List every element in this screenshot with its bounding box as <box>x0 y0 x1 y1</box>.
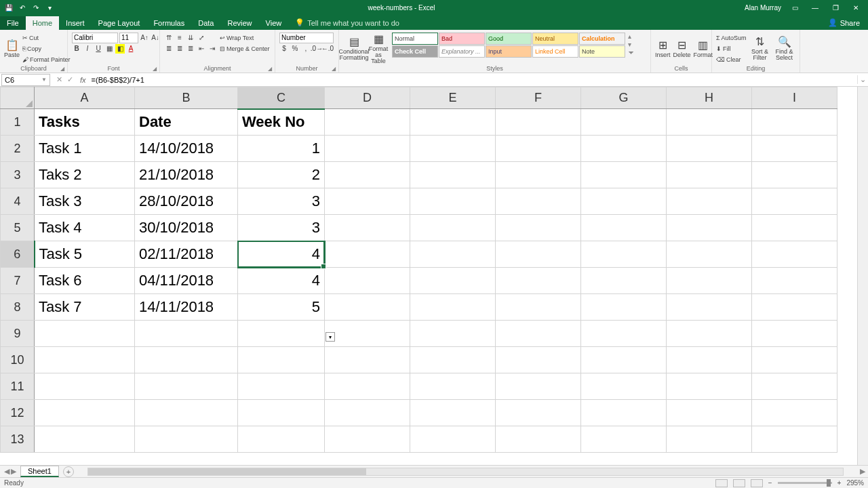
cell-C8[interactable]: 5 <box>238 294 325 321</box>
zoom-in-icon[interactable]: + <box>837 479 842 487</box>
tab-page-layout[interactable]: Page Layout <box>92 16 147 30</box>
col-header-E[interactable]: E <box>410 87 496 109</box>
conditional-formatting-button[interactable]: ▤Conditional Formatting <box>343 33 365 65</box>
qat-customize-icon[interactable]: ▾ <box>45 3 54 12</box>
cell-B6[interactable]: 02/11/2018 <box>135 241 238 268</box>
row-header-9[interactable]: 9 <box>1 321 35 347</box>
align-top-icon[interactable]: ⇈ <box>164 33 174 43</box>
align-right-icon[interactable]: ≣ <box>186 44 195 54</box>
fx-icon[interactable]: fx <box>77 76 89 84</box>
col-header-I[interactable]: I <box>752 87 837 109</box>
redo-icon[interactable]: ↷ <box>31 3 41 12</box>
cell-A3[interactable]: Taks 2 <box>35 162 135 188</box>
accounting-icon[interactable]: $ <box>279 44 289 54</box>
col-header-A[interactable]: A <box>35 87 135 109</box>
row-header-3[interactable]: 3 <box>1 162 35 188</box>
cell-B1[interactable]: Date <box>135 109 238 136</box>
comma-icon[interactable]: , <box>301 44 311 54</box>
tab-file[interactable]: File <box>0 16 26 30</box>
save-icon[interactable]: 💾 <box>4 3 14 12</box>
page-layout-view-icon[interactable] <box>733 479 745 487</box>
cell-B2[interactable]: 14/10/2018 <box>135 136 238 162</box>
cell-A7[interactable]: Task 6 <box>35 268 135 294</box>
autofill-options-icon[interactable]: ▾ <box>326 332 335 342</box>
style-input[interactable]: Input <box>486 45 532 58</box>
cell-B5[interactable]: 30/10/2018 <box>135 215 238 241</box>
row-header-1[interactable]: 1 <box>1 109 35 136</box>
fill-color-button[interactable]: ◧ <box>115 44 125 54</box>
format-cells-button[interactable]: ▥Format <box>694 33 713 65</box>
find-select-button[interactable]: 🔍Find & Select <box>774 33 795 65</box>
cut-button[interactable]: ✂Cut <box>22 33 71 43</box>
cell-A2[interactable]: Task 1 <box>35 136 135 162</box>
wrap-text-button[interactable]: ↩Wrap Text <box>220 33 270 43</box>
italic-button[interactable]: I <box>83 44 92 54</box>
font-name-select[interactable] <box>72 33 118 43</box>
row-header-10[interactable]: 10 <box>1 347 35 373</box>
border-button[interactable]: ▦ <box>104 44 114 54</box>
zoom-slider[interactable] <box>778 482 832 484</box>
underline-button[interactable]: U <box>94 44 103 54</box>
ribbon-display-icon[interactable]: ▭ <box>788 4 802 12</box>
sort-filter-button[interactable]: ⇅Sort & Filter <box>749 33 771 65</box>
style-explanatory[interactable]: Explanatory ... <box>439 45 485 58</box>
tab-home[interactable]: Home <box>26 16 59 30</box>
format-painter-button[interactable]: 🖌Format Painter <box>22 54 71 64</box>
clear-button[interactable]: ⌫Clear <box>716 54 747 64</box>
cell-C3[interactable]: 2 <box>238 162 325 188</box>
align-left-icon[interactable]: ≣ <box>164 44 174 54</box>
cell-B3[interactable]: 21/10/2018 <box>135 162 238 188</box>
row-header-7[interactable]: 7 <box>1 268 35 294</box>
percent-icon[interactable]: % <box>290 44 300 54</box>
style-calculation[interactable]: Calculation <box>579 33 625 45</box>
col-header-C[interactable]: C <box>238 87 325 109</box>
clipboard-launcher[interactable]: ◢ <box>60 66 66 71</box>
cancel-formula-icon[interactable]: ✕ <box>54 75 64 84</box>
spreadsheet-grid[interactable]: A B C D E F G H I 1 Tasks Date Week No 2… <box>0 87 868 465</box>
increase-font-icon[interactable]: A↑ <box>140 33 149 43</box>
cell-C1[interactable]: Week No <box>238 109 325 136</box>
merge-center-button[interactable]: ⊟Merge & Center <box>220 43 270 54</box>
orientation-icon[interactable]: ⤢ <box>197 33 206 43</box>
tab-data[interactable]: Data <box>191 16 220 30</box>
cell-A4[interactable]: Task 3 <box>35 188 135 215</box>
sheet-nav-prev-icon[interactable]: ◀ <box>4 467 9 476</box>
bold-button[interactable]: B <box>72 44 81 54</box>
row-header-6[interactable]: 6 <box>1 241 35 268</box>
hscroll-right-icon[interactable]: ▶ <box>857 467 868 476</box>
tab-review[interactable]: Review <box>220 16 258 30</box>
cell-C5[interactable]: 3 <box>238 215 325 241</box>
row-header-4[interactable]: 4 <box>1 188 35 215</box>
name-box[interactable]: C6▼ <box>1 74 50 86</box>
align-middle-icon[interactable]: ≡ <box>175 33 184 43</box>
formula-input[interactable]: =(B6-$B$2)/7+1 <box>89 76 857 84</box>
zoom-out-icon[interactable]: − <box>768 479 772 487</box>
font-size-select[interactable] <box>119 33 138 43</box>
tell-me[interactable]: 💡 Tell me what you want to do <box>288 16 406 30</box>
cell-C2[interactable]: 1 <box>238 136 325 162</box>
style-linked-cell[interactable]: Linked Cell <box>532 45 578 58</box>
tab-view[interactable]: View <box>259 16 289 30</box>
align-bottom-icon[interactable]: ⇊ <box>186 33 195 43</box>
cell-A6[interactable]: Task 5 <box>35 241 135 268</box>
select-all-corner[interactable] <box>1 87 35 109</box>
cell-C4[interactable]: 3 <box>238 188 325 215</box>
cell-D1[interactable] <box>325 109 410 136</box>
style-good[interactable]: Good <box>486 33 532 45</box>
formula-expand-icon[interactable]: ⌄ <box>857 75 868 84</box>
row-header-8[interactable]: 8 <box>1 294 35 321</box>
vertical-scrollbar[interactable] <box>857 87 868 465</box>
style-neutral[interactable]: Neutral <box>532 33 578 45</box>
cell-A5[interactable]: Task 4 <box>35 215 135 241</box>
tab-insert[interactable]: Insert <box>59 16 92 30</box>
cell-styles-gallery[interactable]: Normal Bad Good Neutral Calculation Chec… <box>392 33 625 58</box>
minimize-icon[interactable]: — <box>808 4 822 12</box>
col-header-H[interactable]: H <box>667 87 752 109</box>
col-header-B[interactable]: B <box>135 87 238 109</box>
enter-formula-icon[interactable]: ✓ <box>65 75 75 84</box>
row-header-2[interactable]: 2 <box>1 136 35 162</box>
decrease-font-icon[interactable]: A↓ <box>151 33 160 43</box>
share-button[interactable]: 👤 Share <box>820 16 868 30</box>
undo-icon[interactable]: ↶ <box>18 3 27 12</box>
paste-button[interactable]: 📋 Paste <box>4 33 20 65</box>
